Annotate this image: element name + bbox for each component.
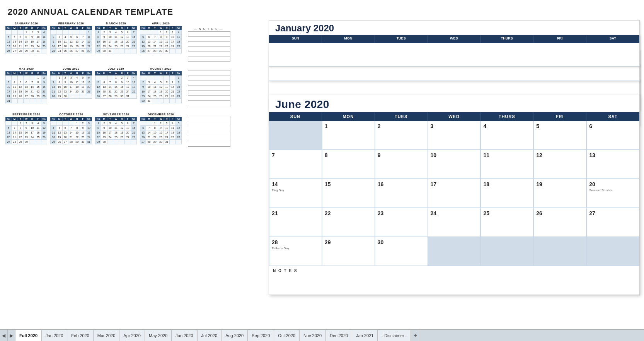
june-week5: 28Father's Day 29 30 (269, 237, 639, 266)
mini-calendar-november: NOVEMBER 2020 SuMTWRFSa 1234567 89101112… (95, 113, 137, 144)
june-week3: 14Flag Day 15 16 17 18 19 20Summer Solst… (269, 179, 639, 208)
june-cell-28: 28Father's Day (269, 237, 322, 266)
june-cell-11: 11 (480, 150, 533, 179)
notes-row2 (186, 65, 230, 107)
tab-jul-2020[interactable]: Jul 2020 (198, 330, 222, 341)
june-cell-empty2 (428, 237, 481, 266)
june-cell-12: 12 (533, 150, 586, 179)
june-cell-2: 2 (375, 121, 428, 150)
tab-bar: ◀ ▶ Full 2020 Jan 2020 Feb 2020 Mar 2020… (0, 329, 644, 341)
tab-dec-2020[interactable]: Dec 2020 (326, 330, 352, 341)
june-cell-empty4 (533, 237, 586, 266)
june-cell-16: 16 (375, 179, 428, 208)
june-cell-22: 22 (322, 208, 375, 237)
june-cell-10: 10 (428, 150, 481, 179)
june-cell-8: 8 (322, 150, 375, 179)
page-title: 2020 ANNUAL CALENDAR TEMPLATE (8, 7, 173, 17)
tab-aug-2020[interactable]: Aug 2020 (221, 330, 248, 341)
mini-calendar-february: FEBRUARY 2020 SuMTWRFSa 1 2345678 910111… (50, 22, 92, 59)
june-cell-5: 5 (533, 121, 586, 150)
mini-calendar-april: APRIL 2020 SuMTWRFSa 1234 567891011 1213… (140, 22, 182, 59)
june-notes-section: N O T E S (269, 266, 639, 295)
june-notes-label: N O T E S (273, 269, 635, 273)
tab-scroll-right[interactable]: ▶ (8, 330, 15, 341)
tab-mar-2020[interactable]: Mar 2020 (94, 330, 119, 341)
june-week1: 1 2 3 4 5 6 (269, 121, 639, 150)
header-fri: FRI (533, 112, 586, 121)
june-cell-17: 17 (428, 179, 481, 208)
header-sat: SAT (586, 112, 639, 121)
june-week2: 7 8 9 10 11 12 13 (269, 150, 639, 179)
june-cell-6: 6 (586, 121, 639, 150)
june-cell-29: 29 (322, 237, 375, 266)
june-cell-9: 9 (375, 150, 428, 179)
june-full-calendar: June 2020 SUN MON TUES WED THURS FRI SAT… (269, 95, 640, 295)
tab-full-2020[interactable]: Full 2020 (15, 330, 42, 341)
june-cell-7: 7 (269, 150, 322, 179)
mini-calendar-december: DECEMBER 2020 SuMTWRFSa 12345 6789101112… (140, 113, 182, 144)
tab-jan-2020[interactable]: Jan 2020 (42, 330, 67, 341)
tab-disclaimer[interactable]: - Disclaimer - (378, 330, 411, 341)
mini-calendar-july: JULY 2020 SuMTWRFSa 1234 567891011 12131… (95, 67, 137, 105)
tab-scroll-left[interactable]: ◀ (0, 330, 8, 341)
june-cell-21: 21 (269, 208, 322, 237)
june-cell-26: 26 (533, 208, 586, 237)
june-cell-1: 1 (322, 121, 375, 150)
mini-calendar-march: MARCH 2020 SuMTWRFSa 1234567 89101112131… (95, 22, 137, 59)
june-cell-25: 25 (480, 208, 533, 237)
notes-header: — N O T E S — (186, 19, 230, 62)
tab-sep-2020[interactable]: Sep 2020 (248, 330, 274, 341)
june-cell-empty5 (586, 237, 639, 266)
mini-calendar-january: JANUARY 2020 SuMTWRFSa 1234 567891011 12… (5, 22, 47, 59)
tab-may-2020[interactable]: May 2020 (145, 330, 172, 341)
june-cell-23: 23 (375, 208, 428, 237)
header-thurs: THURS (480, 112, 533, 121)
june-notes-lines (273, 273, 635, 292)
june-header-row: SUN MON TUES WED THURS FRI SAT (269, 112, 639, 121)
header-tues: TUES (375, 112, 428, 121)
june-cell-empty3 (480, 237, 533, 266)
header-sun: SUN (269, 112, 322, 121)
june-cell-empty1 (269, 121, 322, 150)
header-wed: WED (428, 112, 481, 121)
june-cell-19: 19 (533, 179, 586, 208)
june-week4: 21 22 23 24 25 26 27 (269, 208, 639, 237)
june-cell-13: 13 (586, 150, 639, 179)
tab-add-button[interactable]: + (411, 330, 420, 341)
tab-nov-2020[interactable]: Nov 2020 (300, 330, 326, 341)
tab-oct-2020[interactable]: Oct 2020 (274, 330, 300, 341)
june-cell-4: 4 (480, 121, 533, 150)
tab-jan-2021[interactable]: Jan 2021 (352, 330, 378, 341)
mini-calendar-june: JUNE 2020 SuMTWRFSa 123456 78910111213 1… (50, 67, 92, 105)
june-cell-3: 3 (428, 121, 481, 150)
june-cell-14: 14Flag Day (269, 179, 322, 208)
mini-calendar-may: MAY 2020 SuMTWRFSa 12 3456789 1011121314… (5, 67, 47, 105)
june-cell-30: 30 (375, 237, 428, 266)
june-cell-18: 18 (480, 179, 533, 208)
tab-feb-2020[interactable]: Feb 2020 (67, 330, 93, 341)
tab-jun-2020[interactable]: Jun 2020 (172, 330, 197, 341)
june-cell-20: 20Summer Solstice (586, 179, 639, 208)
june-cell-24: 24 (428, 208, 481, 237)
mini-calendar-october: OCTOBER 2020 SuMTWRFSa 123 45678910 1112… (50, 113, 92, 144)
notes-row3 (186, 110, 230, 147)
mini-calendar-september: SEPTEMBER 2020 SuMTWRFSa 12345 678910111… (5, 113, 47, 144)
stacked-card-january: January 2020 SUN MON TUES WED THURS FRI … (269, 20, 640, 67)
june-cell-15: 15 (322, 179, 375, 208)
tab-apr-2020[interactable]: Apr 2020 (119, 330, 145, 341)
header-mon: MON (322, 112, 375, 121)
mini-calendar-august: AUGUST 2020 SuMTWRFSa 1 2345678 91011121… (140, 67, 182, 105)
june-cell-27: 27 (586, 208, 639, 237)
annual-grid: JANUARY 2020 SuMTWRFSa 1234 567891011 12… (4, 19, 263, 147)
june-title: June 2020 (269, 95, 639, 112)
